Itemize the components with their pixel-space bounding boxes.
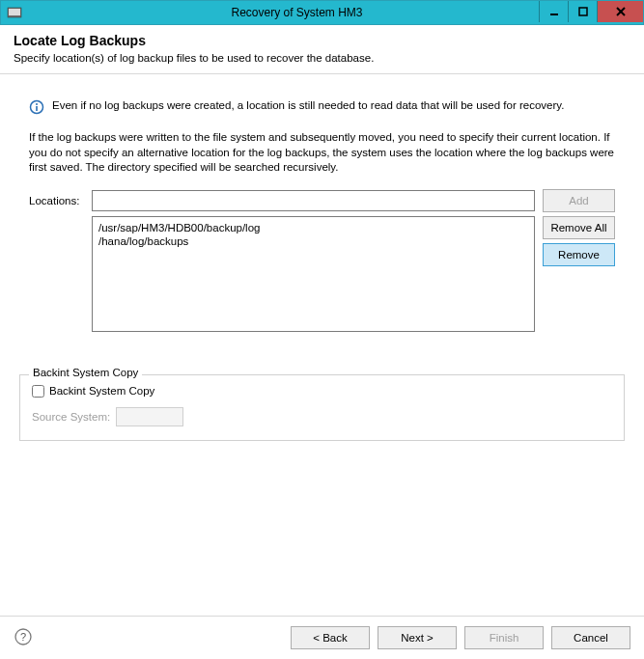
close-button[interactable]: [597, 1, 643, 22]
back-button[interactable]: < Back: [291, 626, 370, 649]
wizard-body: Even if no log backups were created, a l…: [0, 74, 644, 449]
svg-rect-8: [36, 106, 38, 111]
source-system-label: Source System:: [32, 411, 110, 423]
wizard-footer: ? < Back Next > Finish Cancel: [0, 616, 644, 649]
svg-rect-3: [579, 8, 587, 15]
list-item[interactable]: /hana/log/backups: [98, 234, 528, 248]
minimize-button[interactable]: [539, 1, 568, 22]
backint-checkbox-label: Backint System Copy: [49, 385, 154, 397]
maximize-button[interactable]: [568, 1, 597, 22]
info-text: Even if no log backups were created, a l…: [52, 99, 564, 111]
finish-button[interactable]: Finish: [464, 626, 544, 649]
svg-text:?: ?: [20, 631, 26, 643]
title-bar[interactable]: Recovery of System HM3: [0, 0, 644, 25]
locations-list[interactable]: /usr/sap/HM3/HDB00/backup/log /hana/log/…: [92, 216, 535, 332]
locations-input[interactable]: [92, 190, 535, 211]
remove-button[interactable]: Remove: [543, 243, 615, 266]
wizard-header: Locate Log Backups Specify location(s) o…: [0, 25, 644, 74]
svg-point-7: [36, 103, 38, 105]
list-item[interactable]: /usr/sap/HM3/HDB00/backup/log: [98, 221, 528, 234]
info-icon: [29, 99, 46, 117]
help-icon[interactable]: ?: [14, 627, 35, 648]
svg-rect-1: [9, 9, 20, 15]
remove-all-button[interactable]: Remove All: [543, 216, 615, 239]
cancel-button[interactable]: Cancel: [551, 626, 630, 649]
backint-group-label: Backint System Copy: [29, 367, 142, 378]
source-system-input: [116, 407, 183, 426]
backint-checkbox[interactable]: [32, 385, 44, 398]
description-text: If the log backups were written to the f…: [29, 130, 615, 176]
backint-group: Backint System Copy Source System:: [19, 374, 625, 441]
page-title: Locate Log Backups: [14, 33, 630, 48]
add-button[interactable]: Add: [543, 189, 615, 212]
page-subtitle: Specify location(s) of log backup files …: [14, 52, 630, 64]
app-icon: [7, 5, 22, 20]
locations-label: Locations:: [29, 195, 92, 206]
next-button[interactable]: Next >: [378, 626, 457, 649]
